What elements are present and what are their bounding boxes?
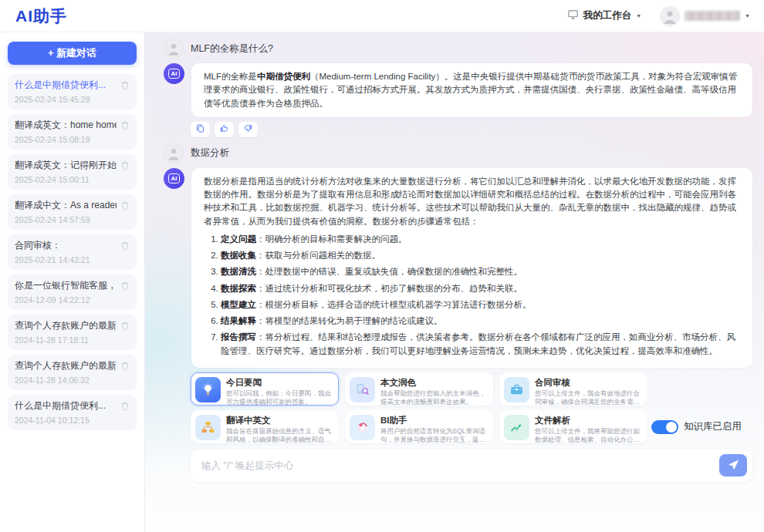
thumbs-down-button[interactable]: [238, 122, 258, 137]
trash-icon[interactable]: [120, 241, 130, 251]
briefcase-icon: [504, 377, 529, 402]
conversation-title: 查询个人存款账户的最新...: [15, 319, 117, 332]
user-message-text: 数据分析: [191, 146, 229, 160]
conversation-title: 什么是中期借贷便利...: [15, 399, 106, 412]
card-today-news[interactable]: 今日要闻 您可以问我，例如：今日要闻，我会尽力提供准确和可靠的答案。: [191, 372, 339, 406]
list-item[interactable]: 查询个人存款账户的最新... 2024-11-28 17:18:11: [8, 315, 137, 350]
knowledge-base-label: 知识库已启用: [684, 420, 742, 433]
trash-icon[interactable]: [120, 80, 130, 90]
user-avatar: [164, 39, 184, 59]
send-button[interactable]: [719, 454, 747, 476]
conversation-time: 2024-11-04 10:12:15: [15, 416, 130, 425]
card-title: 文件解析: [535, 415, 641, 426]
conversation-title: 你是一位银行智能客服，...: [15, 279, 117, 292]
card-title: 本文润色: [380, 377, 486, 389]
conversation-title: 翻译成中文：As a reader...: [15, 199, 117, 212]
conversation-title: 翻译成英文：home home: [15, 119, 117, 132]
thumbs-up-icon: [219, 123, 229, 136]
message-actions: [191, 122, 752, 137]
monitor-icon: [567, 8, 579, 23]
list-item[interactable]: 查询个人存款账户的最新... 2024-11-28 14:06:32: [8, 355, 137, 390]
user-avatar: [660, 6, 680, 26]
analysis-intro: 数据分析是指用适当的统计分析方法对收集来的大量数据进行分析，将它们加以汇总和理解…: [204, 177, 736, 226]
user-avatar: [164, 143, 184, 163]
conversation-title: 合同审核：: [15, 239, 61, 252]
thumbs-up-button[interactable]: [215, 122, 234, 137]
ai-message: AI MLF的全称是中期借贷便利（Medium-term Lending Fac…: [164, 63, 752, 117]
chevron-down-icon: ▼: [745, 13, 750, 19]
card-desc: 您可以上传文件，我会有效地进行合同审核，确保合同满足您的业务需求。: [535, 389, 641, 407]
knowledge-base-toggle-group: 知识库已启用: [651, 420, 742, 434]
card-contract-review[interactable]: 合同审核 您可以上传文件，我会有效地进行合同审核，确保合同满足您的业务需求。: [499, 372, 647, 406]
username-redacted: [685, 11, 740, 21]
card-desc: 您可以问我，例如：今日要闻，我会尽力提供准确和可靠的答案。: [226, 389, 332, 407]
user-message: MLF的全称是什么?: [164, 39, 752, 59]
card-file-parse[interactable]: 文件解析 您可以上传文件，我将帮助您进行如数据处理、信息检索、自动化办公等。: [499, 410, 647, 443]
new-chat-button[interactable]: + 新建对话: [8, 42, 137, 65]
analysis-steps: 定义问题：明确分析的目标和需要解决的问题。 数据收集：获取与分析问题相关的数据。…: [204, 233, 740, 358]
workspace-label: 我的工作台: [583, 9, 632, 22]
analysis-step: 数据探索：通过统计分析和可视化技术，初步了解数据的分布、趋势和关联。: [221, 282, 740, 295]
sidebar: + 新建对话 什么是中期借贷便利... 2025-02-24 15:45:28 …: [0, 32, 145, 532]
list-item[interactable]: 什么是中期借贷便利... 2025-02-24 15:45:28: [8, 74, 137, 109]
feature-cards: 今日要闻 您可以问我，例如：今日要闻，我会尽力提供准确和可靠的答案。 本文润色 …: [191, 372, 647, 443]
card-text-polish[interactable]: 本文润色 我会帮助您进行您输入的文本润色，提高文本的流畅度和表达效果。: [345, 372, 493, 406]
conversation-time: 2025-02-24 15:45:28: [15, 95, 130, 104]
list-item[interactable]: 合同审核： 2025-02-21 14:43:21: [8, 234, 137, 270]
user-message: 数据分析: [164, 143, 752, 163]
chat-panel: MLF的全称是什么? AI MLF的全称是中期借贷便利（Medium-term …: [145, 32, 764, 532]
analysis-step: 模型建立：根据分析目标，选择合适的统计模型或机器学习算法进行数据分析。: [221, 298, 740, 311]
card-desc: 我会旨在保留原始信息的含义、语气和风格，以确保翻译的准确性和自然流畅。: [226, 427, 332, 445]
user-message-text: MLF的全称是什么?: [191, 42, 273, 56]
card-translate[interactable]: 翻译中英文 我会旨在保留原始信息的含义、语气和风格，以确保翻译的准确性和自然流畅…: [191, 410, 339, 443]
analysis-step: 结果解释：将模型的结果转化为易于理解的结论或建议。: [221, 315, 740, 328]
chevron-down-icon: ▼: [636, 13, 641, 19]
list-item[interactable]: 翻译成英文：记得刚开始... 2025-02-24 15:00:11: [8, 154, 137, 190]
analysis-step: 数据清洗：处理数据中的错误、重复或缺失值，确保数据的准确性和完整性。: [221, 265, 740, 278]
card-desc: 我会帮助您进行您输入的文本润色，提高文本的流畅度和表达效果。: [380, 389, 486, 407]
list-item[interactable]: 翻译成中文：As a reader... 2025-02-24 14:57:59: [8, 194, 137, 230]
conversation-title: 翻译成英文：记得刚开始...: [15, 159, 117, 172]
flowchart-icon: [195, 415, 221, 440]
card-title: 今日要闻: [226, 377, 332, 389]
trash-icon[interactable]: [120, 361, 130, 371]
copy-icon: [195, 123, 205, 136]
message-input-bar: [191, 450, 752, 482]
trash-icon[interactable]: [120, 281, 130, 291]
copy-button[interactable]: [191, 122, 210, 137]
app-logo: AI助手: [15, 5, 67, 27]
analysis-step: 数据收集：获取与分析问题相关的数据。: [221, 249, 740, 262]
conversation-time: 2025-02-24 14:57:59: [15, 215, 130, 224]
conversation-time: 2025-02-24 15:00:11: [15, 175, 130, 184]
bulb-icon: [195, 377, 221, 402]
conversation-time: 2024-11-28 14:06:32: [15, 375, 130, 385]
feature-cards-section: 今日要闻 您可以问我，例如：今日要闻，我会尽力提供准确和可靠的答案。 本文润色 …: [191, 372, 752, 443]
conversation-time: 2024-12-09 14:22:12: [15, 295, 130, 305]
conversation-list: 什么是中期借贷便利... 2025-02-24 15:45:28 翻译成英文：h…: [8, 74, 137, 430]
pie-chart-icon: [350, 415, 375, 440]
paper-plane-icon: [728, 459, 739, 473]
trash-icon[interactable]: [120, 200, 130, 210]
list-item[interactable]: 什么是中期借贷便利... 2024-11-04 10:12:15: [8, 395, 137, 430]
knowledge-base-toggle[interactable]: [651, 420, 678, 434]
trend-chart-icon: [504, 415, 529, 440]
card-desc: 您可以上传文件，我将帮助您进行如数据处理、信息检索、自动化办公等。: [535, 427, 641, 445]
trash-icon[interactable]: [120, 401, 130, 411]
trash-icon[interactable]: [120, 160, 130, 170]
list-item[interactable]: 你是一位银行智能客服，... 2024-12-09 14:22:12: [8, 274, 137, 310]
document-polish-icon: [350, 377, 375, 402]
card-desc: 将用户的自然语言转化为SQL查询语句，并直接与数据库进行交互，返回智能推荐的图表…: [380, 427, 486, 445]
trash-icon[interactable]: [120, 120, 130, 130]
ai-avatar: AI: [164, 168, 184, 189]
ai-message-bubble: 数据分析是指用适当的统计分析方法对收集来的大量数据进行分析，将它们加以汇总和理解…: [191, 168, 752, 368]
list-item[interactable]: 翻译成英文：home home 2025-02-24 15:08:19: [8, 114, 137, 150]
profile-menu[interactable]: ▼: [660, 6, 750, 26]
trash-icon[interactable]: [120, 321, 130, 331]
conversation-time: 2024-11-28 17:18:11: [15, 335, 130, 345]
conversation-title: 查询个人存款账户的最新...: [15, 359, 117, 372]
workspace-menu[interactable]: 我的工作台 ▼: [567, 8, 641, 23]
message-input[interactable]: [201, 460, 719, 471]
card-bi-assistant[interactable]: BI助手 将用户的自然语言转化为SQL查询语句，并直接与数据库进行交互，返回智能…: [345, 410, 493, 443]
ai-avatar: AI: [164, 63, 184, 84]
card-title: 合同审核: [535, 377, 641, 389]
